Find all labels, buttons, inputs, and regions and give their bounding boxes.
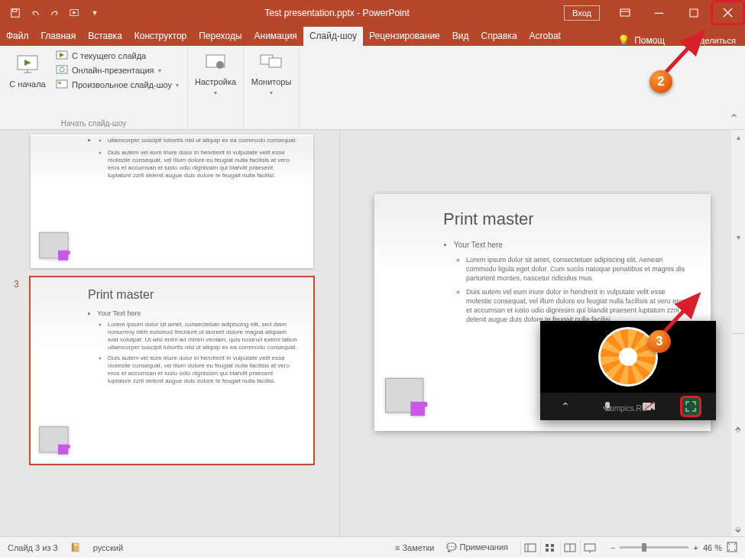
from-beginning-button[interactable]: С начала <box>6 50 49 91</box>
custom-slideshow-button[interactable]: Произвольное слайд-шоу▾ <box>53 79 181 91</box>
slideshow-view-icon[interactable] <box>580 540 598 555</box>
spell-check-icon[interactable]: 📔 <box>70 542 81 552</box>
svg-marker-3 <box>73 11 76 14</box>
monitors-button[interactable]: Мониторы▾ <box>250 50 293 96</box>
tab-view[interactable]: Вид <box>446 27 475 46</box>
zoom-video-icon[interactable] <box>638 396 659 417</box>
login-button[interactable]: Вход <box>564 5 600 21</box>
zoom-in-button[interactable]: + <box>693 543 698 552</box>
svg-point-20 <box>216 61 224 69</box>
callout-badge-2: 2 <box>649 70 672 93</box>
zoom-expand-button[interactable] <box>680 396 701 417</box>
svg-rect-30 <box>525 544 536 552</box>
slide-title[interactable]: Print master <box>443 209 692 229</box>
comments-button[interactable]: 💬 Примечания <box>446 542 508 552</box>
tab-slideshow[interactable]: Слайд-шоу <box>303 27 363 46</box>
vertical-scrollbar[interactable]: ▴ ▾ ⬘ ⬙ <box>731 130 745 536</box>
svg-rect-33 <box>551 544 554 547</box>
prev-slide-icon[interactable]: ⬘ <box>735 425 741 433</box>
slide-thumbnail-panel[interactable]: ullamcorper suscipit lobortis nisl ut al… <box>0 130 340 536</box>
tab-insert[interactable]: Вставка <box>82 27 128 46</box>
zoom-collapse-icon[interactable]: ⌃ <box>555 396 576 417</box>
minimize-button[interactable]: ─ <box>642 0 676 25</box>
status-language[interactable]: русский <box>93 543 123 552</box>
slide-editor[interactable]: Print master Your Text here Lorem ipsum … <box>340 130 745 536</box>
svg-rect-34 <box>546 549 549 552</box>
tell-me-icon[interactable]: 💡 <box>617 34 630 46</box>
slide-number-3: 3 <box>14 279 19 290</box>
slide-thumbnail-3[interactable]: Print master Your Text here Lorem ipsum … <box>31 277 313 464</box>
svg-rect-32 <box>546 544 549 547</box>
qat-dropdown-icon[interactable]: ▼ <box>89 7 101 19</box>
svg-rect-27 <box>643 403 651 410</box>
ribbon-tabs: Файл Главная Вставка Конструктор Переход… <box>0 25 745 46</box>
svg-rect-4 <box>620 9 630 16</box>
sorter-view-icon[interactable] <box>540 540 559 555</box>
online-presentation-button[interactable]: Онлайн-презентация▾ <box>53 64 181 76</box>
scroll-down-icon[interactable]: ▾ <box>737 233 740 241</box>
from-current-button[interactable]: С текущего слайда <box>53 50 181 62</box>
status-slide-info[interactable]: Слайд 3 из 3 <box>8 543 58 552</box>
callout-badge-3: 3 <box>648 330 671 353</box>
status-bar: Слайд 3 из 3 📔 русский ≡ Заметки 💬 Приме… <box>0 536 745 558</box>
slide-thumbnail-2[interactable]: ullamcorper suscipit lobortis nisl ut al… <box>31 134 313 268</box>
zoom-out-button[interactable]: − <box>611 543 615 552</box>
zoom-mute-icon[interactable] <box>597 396 618 417</box>
normal-view-icon[interactable] <box>520 540 539 555</box>
tab-transitions[interactable]: Переходы <box>193 27 248 46</box>
zoom-video-preview <box>540 321 716 393</box>
scroll-up-icon[interactable]: ▴ <box>737 133 740 141</box>
tab-review[interactable]: Рецензирование <box>363 27 446 46</box>
svg-rect-35 <box>551 549 554 552</box>
setup-button[interactable]: Настройка▾ <box>194 50 237 96</box>
start-from-beginning-icon[interactable] <box>69 7 81 19</box>
svg-rect-38 <box>585 544 595 551</box>
collapse-ribbon-icon[interactable]: ⌃ <box>723 108 745 129</box>
display-options-icon[interactable] <box>607 0 642 25</box>
zoom-slider[interactable] <box>620 546 688 549</box>
zoom-level[interactable]: 46 % <box>703 543 722 552</box>
tab-file[interactable]: Файл <box>0 27 35 46</box>
tab-design[interactable]: Конструктор <box>128 27 193 46</box>
fit-to-window-icon[interactable] <box>727 542 737 554</box>
undo-icon[interactable] <box>29 7 41 19</box>
redo-icon[interactable] <box>49 7 61 19</box>
svg-rect-6 <box>690 9 698 17</box>
notes-button[interactable]: ≡ Заметки <box>395 543 435 552</box>
tab-help[interactable]: Справка <box>475 27 523 46</box>
svg-rect-26 <box>605 402 610 409</box>
tell-me-label[interactable]: Помощ <box>634 35 665 46</box>
svg-rect-22 <box>269 58 281 67</box>
ribbon: С начала С текущего слайда Онлайн-презен… <box>0 46 745 130</box>
zoom-meeting-overlay[interactable]: ⌃ Lumpics.RU <box>540 321 716 420</box>
window-title: Test presentation.pptx - PowerPoint <box>110 8 564 18</box>
reading-view-icon[interactable] <box>560 540 578 555</box>
save-icon[interactable] <box>9 7 21 19</box>
tab-animation[interactable]: Анимация <box>248 27 303 46</box>
svg-rect-1 <box>13 8 17 11</box>
group-label-start: Начать слайд-шоу <box>6 118 181 128</box>
thumb-title: Print master <box>88 288 298 302</box>
share-button[interactable]: Поделиться <box>689 36 736 45</box>
svg-rect-18 <box>58 82 61 84</box>
tab-acrobat[interactable]: Acrobat <box>523 27 567 46</box>
close-button[interactable] <box>711 0 745 25</box>
tab-home[interactable]: Главная <box>35 27 83 46</box>
maximize-button[interactable] <box>676 0 711 25</box>
next-slide-icon[interactable]: ⬙ <box>735 525 741 533</box>
